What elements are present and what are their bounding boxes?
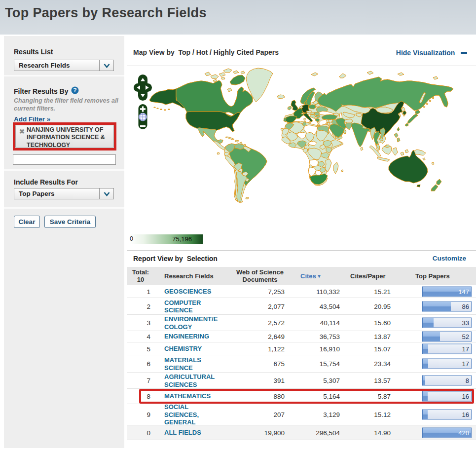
svg-text:?: ? [73, 87, 76, 94]
